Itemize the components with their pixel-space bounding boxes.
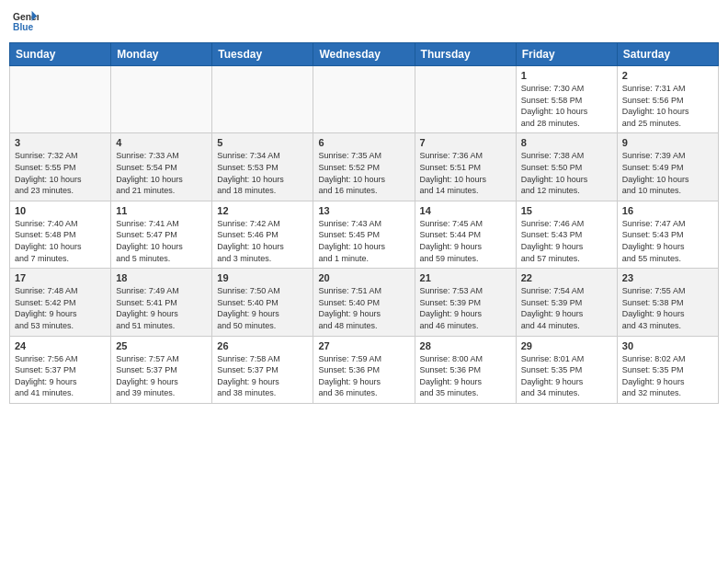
day-info: Sunrise: 7:31 AM Sunset: 5:56 PM Dayligh…: [622, 83, 713, 129]
day-number: 9: [622, 137, 713, 148]
calendar-cell: 4Sunrise: 7:33 AM Sunset: 5:54 PM Daylig…: [111, 133, 212, 201]
calendar-cell: 26Sunrise: 7:58 AM Sunset: 5:37 PM Dayli…: [212, 336, 313, 403]
day-info: Sunrise: 7:49 AM Sunset: 5:41 PM Dayligh…: [116, 285, 207, 331]
calendar-cell: 11Sunrise: 7:41 AM Sunset: 5:47 PM Dayli…: [111, 201, 212, 268]
calendar-cell: 30Sunrise: 8:02 AM Sunset: 5:35 PM Dayli…: [617, 336, 718, 403]
calendar-cell: 27Sunrise: 7:59 AM Sunset: 5:36 PM Dayli…: [313, 336, 415, 403]
day-info: Sunrise: 7:56 AM Sunset: 5:37 PM Dayligh…: [15, 353, 106, 399]
day-number: 17: [15, 272, 106, 283]
day-info: Sunrise: 7:33 AM Sunset: 5:54 PM Dayligh…: [116, 150, 207, 196]
weekday-label: Wednesday: [313, 43, 415, 66]
calendar-cell: 24Sunrise: 7:56 AM Sunset: 5:37 PM Dayli…: [10, 336, 111, 403]
calendar-cell: 18Sunrise: 7:49 AM Sunset: 5:41 PM Dayli…: [111, 269, 212, 336]
day-info: Sunrise: 7:53 AM Sunset: 5:39 PM Dayligh…: [420, 285, 511, 331]
day-info: Sunrise: 7:34 AM Sunset: 5:53 PM Dayligh…: [217, 150, 308, 196]
day-info: Sunrise: 7:40 AM Sunset: 5:48 PM Dayligh…: [15, 218, 106, 264]
weekday-label: Sunday: [10, 43, 111, 66]
calendar-cell: 9Sunrise: 7:39 AM Sunset: 5:49 PM Daylig…: [617, 133, 718, 201]
day-number: 27: [318, 340, 409, 351]
calendar-cell: 3Sunrise: 7:32 AM Sunset: 5:55 PM Daylig…: [10, 133, 111, 201]
weekday-label: Friday: [516, 43, 617, 66]
day-number: 12: [217, 205, 308, 216]
calendar-cell: 21Sunrise: 7:53 AM Sunset: 5:39 PM Dayli…: [415, 269, 516, 336]
calendar-cell: [415, 66, 516, 133]
day-info: Sunrise: 7:48 AM Sunset: 5:42 PM Dayligh…: [15, 285, 106, 331]
day-number: 25: [116, 340, 207, 351]
day-number: 10: [15, 205, 106, 216]
calendar-cell: 5Sunrise: 7:34 AM Sunset: 5:53 PM Daylig…: [212, 133, 313, 201]
day-number: 13: [318, 205, 409, 216]
calendar-table: SundayMondayTuesdayWednesdayThursdayFrid…: [9, 42, 719, 404]
day-info: Sunrise: 7:45 AM Sunset: 5:44 PM Dayligh…: [420, 218, 511, 264]
calendar-cell: 23Sunrise: 7:55 AM Sunset: 5:38 PM Dayli…: [617, 269, 718, 336]
calendar-cell: 7Sunrise: 7:36 AM Sunset: 5:51 PM Daylig…: [415, 133, 516, 201]
day-info: Sunrise: 7:39 AM Sunset: 5:49 PM Dayligh…: [622, 150, 713, 196]
day-info: Sunrise: 7:43 AM Sunset: 5:45 PM Dayligh…: [318, 218, 409, 264]
calendar-cell: [313, 66, 415, 133]
day-info: Sunrise: 7:47 AM Sunset: 5:43 PM Dayligh…: [622, 218, 713, 264]
day-number: 28: [420, 340, 511, 351]
day-number: 29: [521, 340, 612, 351]
day-info: Sunrise: 8:02 AM Sunset: 5:35 PM Dayligh…: [622, 353, 713, 399]
calendar-cell: [111, 66, 212, 133]
page-header: General Blue: [9, 9, 719, 35]
calendar-week-row: 17Sunrise: 7:48 AM Sunset: 5:42 PM Dayli…: [10, 269, 719, 336]
calendar-body: 1Sunrise: 7:30 AM Sunset: 5:58 PM Daylig…: [10, 66, 719, 404]
day-number: 19: [217, 272, 308, 283]
day-info: Sunrise: 7:50 AM Sunset: 5:40 PM Dayligh…: [217, 285, 308, 331]
calendar-cell: [212, 66, 313, 133]
weekday-label: Monday: [111, 43, 212, 66]
day-info: Sunrise: 7:55 AM Sunset: 5:38 PM Dayligh…: [622, 285, 713, 331]
day-number: 4: [116, 137, 207, 148]
day-info: Sunrise: 7:59 AM Sunset: 5:36 PM Dayligh…: [318, 353, 409, 399]
calendar-cell: 1Sunrise: 7:30 AM Sunset: 5:58 PM Daylig…: [516, 66, 617, 133]
day-info: Sunrise: 7:58 AM Sunset: 5:37 PM Dayligh…: [217, 353, 308, 399]
calendar-cell: 29Sunrise: 8:01 AM Sunset: 5:35 PM Dayli…: [516, 336, 617, 403]
day-number: 21: [420, 272, 511, 283]
day-number: 26: [217, 340, 308, 351]
weekday-label: Saturday: [617, 43, 718, 66]
day-info: Sunrise: 7:42 AM Sunset: 5:46 PM Dayligh…: [217, 218, 308, 264]
day-info: Sunrise: 7:41 AM Sunset: 5:47 PM Dayligh…: [116, 218, 207, 264]
svg-text:Blue: Blue: [13, 22, 34, 32]
day-number: 15: [521, 205, 612, 216]
day-info: Sunrise: 7:46 AM Sunset: 5:43 PM Dayligh…: [521, 218, 612, 264]
day-info: Sunrise: 7:35 AM Sunset: 5:52 PM Dayligh…: [318, 150, 409, 196]
calendar-week-row: 3Sunrise: 7:32 AM Sunset: 5:55 PM Daylig…: [10, 133, 719, 201]
calendar-cell: 15Sunrise: 7:46 AM Sunset: 5:43 PM Dayli…: [516, 201, 617, 268]
day-info: Sunrise: 7:30 AM Sunset: 5:58 PM Dayligh…: [521, 83, 612, 129]
calendar-cell: 8Sunrise: 7:38 AM Sunset: 5:50 PM Daylig…: [516, 133, 617, 201]
logo-icon: General Blue: [13, 9, 39, 35]
calendar-week-row: 10Sunrise: 7:40 AM Sunset: 5:48 PM Dayli…: [10, 201, 719, 268]
day-info: Sunrise: 7:57 AM Sunset: 5:37 PM Dayligh…: [116, 353, 207, 399]
calendar-cell: 20Sunrise: 7:51 AM Sunset: 5:40 PM Dayli…: [313, 269, 415, 336]
day-info: Sunrise: 7:38 AM Sunset: 5:50 PM Dayligh…: [521, 150, 612, 196]
day-number: 24: [15, 340, 106, 351]
logo: General Blue: [13, 9, 39, 35]
day-number: 16: [622, 205, 713, 216]
day-number: 20: [318, 272, 409, 283]
calendar-cell: 14Sunrise: 7:45 AM Sunset: 5:44 PM Dayli…: [415, 201, 516, 268]
day-info: Sunrise: 8:00 AM Sunset: 5:36 PM Dayligh…: [420, 353, 511, 399]
day-number: 7: [420, 137, 511, 148]
calendar-cell: 12Sunrise: 7:42 AM Sunset: 5:46 PM Dayli…: [212, 201, 313, 268]
calendar-cell: 10Sunrise: 7:40 AM Sunset: 5:48 PM Dayli…: [10, 201, 111, 268]
day-number: 2: [622, 70, 713, 81]
calendar-week-row: 24Sunrise: 7:56 AM Sunset: 5:37 PM Dayli…: [10, 336, 719, 403]
calendar-cell: 16Sunrise: 7:47 AM Sunset: 5:43 PM Dayli…: [617, 201, 718, 268]
day-number: 8: [521, 137, 612, 148]
calendar-cell: 2Sunrise: 7:31 AM Sunset: 5:56 PM Daylig…: [617, 66, 718, 133]
calendar-cell: [10, 66, 111, 133]
calendar-cell: 22Sunrise: 7:54 AM Sunset: 5:39 PM Dayli…: [516, 269, 617, 336]
calendar-cell: 28Sunrise: 8:00 AM Sunset: 5:36 PM Dayli…: [415, 336, 516, 403]
day-info: Sunrise: 8:01 AM Sunset: 5:35 PM Dayligh…: [521, 353, 612, 399]
calendar-cell: 13Sunrise: 7:43 AM Sunset: 5:45 PM Dayli…: [313, 201, 415, 268]
day-number: 5: [217, 137, 308, 148]
day-number: 18: [116, 272, 207, 283]
day-info: Sunrise: 7:36 AM Sunset: 5:51 PM Dayligh…: [420, 150, 511, 196]
day-info: Sunrise: 7:51 AM Sunset: 5:40 PM Dayligh…: [318, 285, 409, 331]
calendar-cell: 17Sunrise: 7:48 AM Sunset: 5:42 PM Dayli…: [10, 269, 111, 336]
calendar-cell: 25Sunrise: 7:57 AM Sunset: 5:37 PM Dayli…: [111, 336, 212, 403]
day-number: 11: [116, 205, 207, 216]
day-number: 3: [15, 137, 106, 148]
